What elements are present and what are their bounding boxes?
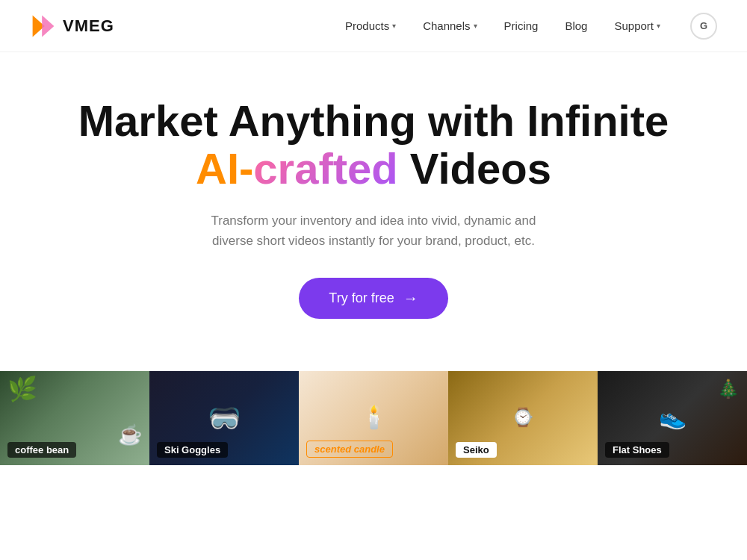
logo-text: VMEG [63, 16, 114, 36]
nav-item-support[interactable]: Support ▾ [614, 19, 660, 32]
product-label: Flat Shoes [605, 442, 669, 458]
product-card-ski[interactable]: 🥽 Ski Goggles [149, 371, 299, 465]
chevron-down-icon: ▾ [657, 22, 660, 30]
svg-marker-1 [42, 15, 54, 37]
navbar: VMEG Products ▾ Channels ▾ Pricing Blog [0, 0, 747, 52]
hero-section: Market Anything with Infinite AI-crafted… [0, 52, 747, 349]
hero-crafted-text: crafted [253, 144, 397, 193]
hero-title: Market Anything with Infinite AI-crafted… [78, 97, 669, 193]
ski-goggle-icon: 🥽 [208, 402, 241, 434]
product-label: Ski Goggles [157, 442, 228, 458]
nav-link-support[interactable]: Support ▾ [614, 19, 660, 32]
hero-title-line1: Market Anything with Infinite [78, 96, 669, 145]
coffee-bag-icon: ☕ [118, 423, 142, 447]
product-label: scented candle [306, 441, 393, 458]
watch-icon: ⌚ [512, 407, 534, 428]
try-btn-label: Try for free [329, 290, 394, 306]
nav-item-blog[interactable]: Blog [565, 19, 587, 32]
hero-subtitle: Transform your inventory and idea into v… [202, 211, 545, 251]
nav-item-pricing[interactable]: Pricing [504, 19, 539, 32]
hero-ai-text: AI- [196, 144, 253, 193]
user-avatar-button[interactable]: G [690, 13, 717, 40]
product-card-seiko[interactable]: ⌚ Seiko [448, 371, 598, 465]
try-for-free-button[interactable]: Try for free → [299, 278, 447, 319]
hero-videos-text: Videos [398, 144, 551, 193]
product-card-candle[interactable]: 🕯️ scented candle [299, 371, 448, 465]
product-card-shoes[interactable]: 👟 🎄 Flat Shoes [598, 371, 747, 465]
chevron-down-icon: ▾ [474, 22, 477, 30]
nav-cta: G [690, 13, 717, 40]
nav-link-products[interactable]: Products ▾ [345, 19, 396, 32]
logo[interactable]: VMEG [30, 13, 114, 40]
nav-item-channels[interactable]: Channels ▾ [423, 19, 477, 32]
product-strip: 🌿 ☕ coffee bean 🥽 Ski Goggles 🕯️ scented… [0, 371, 747, 465]
shoe-icon: 👟 [659, 404, 686, 430]
logo-icon [30, 13, 57, 40]
product-label: Seiko [456, 442, 497, 458]
product-card-coffee[interactable]: 🌿 ☕ coffee bean [0, 371, 149, 465]
nav-link-pricing[interactable]: Pricing [504, 19, 539, 32]
arrow-icon: → [403, 290, 418, 307]
tree-icon: 🎄 [717, 379, 740, 399]
nav-link-blog[interactable]: Blog [565, 19, 587, 32]
candle-icon: 🕯️ [360, 404, 388, 430]
plant-icon: 🌿 [7, 375, 37, 403]
chevron-down-icon: ▾ [392, 22, 396, 30]
nav-link-channels[interactable]: Channels ▾ [423, 19, 477, 32]
nav-links: Products ▾ Channels ▾ Pricing Blog Suppo… [345, 19, 660, 32]
nav-item-products[interactable]: Products ▾ [345, 19, 396, 32]
product-label: coffee bean [7, 442, 76, 458]
